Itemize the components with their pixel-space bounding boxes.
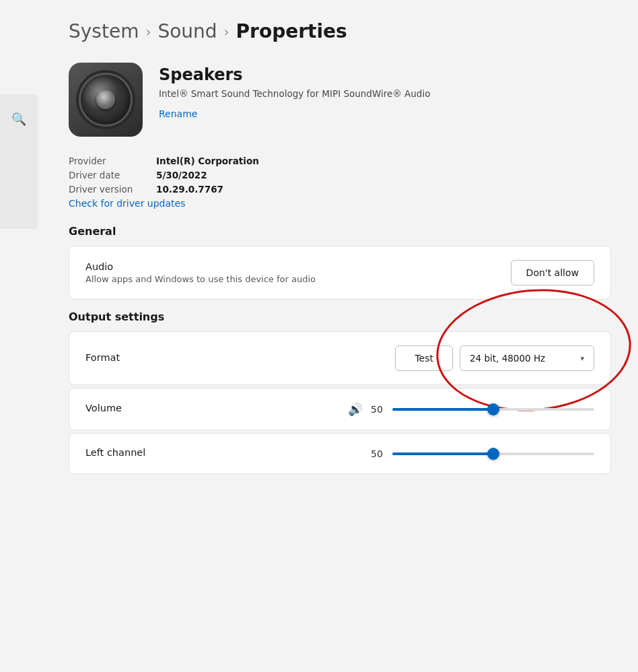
left-channel-title: Left channel [85, 447, 334, 458]
audio-control: Don't allow [511, 260, 594, 285]
format-card: Format Test 24 bit, 48000 Hz ▾ [69, 331, 611, 385]
driver-date-label: Driver date [69, 170, 156, 180]
driver-version-label: Driver version [69, 184, 156, 195]
driver-info: Provider Intel(R) Corporation Driver dat… [69, 156, 611, 209]
provider-label: Provider [69, 156, 156, 166]
audio-label-group: Audio Allow apps and Windows to use this… [85, 261, 500, 284]
rename-link[interactable]: Rename [159, 108, 197, 119]
volume-card: Volume 🔊 50 [69, 388, 611, 430]
format-card-row: Format Test 24 bit, 48000 Hz ▾ [69, 332, 610, 384]
left-channel-label-group: Left channel [85, 447, 334, 460]
audio-card-row: Audio Allow apps and Windows to use this… [69, 246, 610, 299]
audio-card: Audio Allow apps and Windows to use this… [69, 246, 611, 300]
output-settings-section: Output settings Format Test 24 bit, 4800… [69, 310, 611, 474]
output-settings-heading: Output settings [69, 310, 611, 323]
volume-slider-fill [392, 408, 493, 411]
driver-version-value: 10.29.0.7767 [156, 184, 223, 195]
main-content: System › Sound › Properties Speakers Int… [48, 0, 638, 512]
driver-date-value: 5/30/2022 [156, 170, 207, 180]
left-channel-control: 50 [345, 448, 594, 459]
format-control: Test 24 bit, 48000 Hz ▾ [395, 345, 594, 371]
breadcrumb-sep-1: › [145, 24, 151, 40]
breadcrumb: System › Sound › Properties [69, 20, 611, 42]
device-desc: Intel® Smart Sound Technology for MIPI S… [159, 87, 430, 100]
check-driver-updates-link[interactable]: Check for driver updates [69, 198, 611, 209]
volume-card-row: Volume 🔊 50 [69, 389, 610, 430]
volume-slider-thumb[interactable] [487, 403, 499, 415]
provider-value: Intel(R) Corporation [156, 156, 259, 166]
provider-row: Provider Intel(R) Corporation [69, 156, 611, 166]
speaker-icon-wrap [69, 63, 143, 137]
volume-label-group: Volume [85, 403, 334, 415]
volume-value: 50 [371, 404, 384, 415]
format-dropdown[interactable]: 24 bit, 48000 Hz ▾ [460, 345, 594, 371]
device-info: Speakers Intel® Smart Sound Technology f… [159, 63, 430, 120]
test-button[interactable]: Test [395, 345, 453, 371]
left-channel-value: 50 [371, 448, 384, 459]
left-channel-card: Left channel 50 [69, 433, 611, 474]
left-channel-slider-track[interactable] [392, 452, 594, 455]
volume-control: 🔊 50 [345, 402, 594, 416]
general-section: General Audio Allow apps and Windows to … [69, 225, 611, 300]
driver-version-row: Driver version 10.29.0.7767 [69, 184, 611, 195]
volume-slider-track[interactable] [392, 408, 594, 411]
device-header: Speakers Intel® Smart Sound Technology f… [69, 63, 611, 137]
volume-title: Volume [85, 403, 334, 413]
speaker-center [96, 90, 115, 109]
breadcrumb-sep-2: › [224, 24, 229, 40]
chevron-down-icon: ▾ [580, 354, 584, 363]
left-channel-card-row: Left channel 50 [69, 434, 610, 473]
speaker-icon [79, 73, 133, 127]
dont-allow-button[interactable]: Don't allow [511, 260, 594, 285]
device-name: Speakers [159, 65, 430, 84]
format-label: Format [85, 352, 384, 365]
general-heading: General [69, 225, 611, 238]
breadcrumb-sound[interactable]: Sound [157, 20, 217, 42]
format-value: 24 bit, 48000 Hz [470, 353, 545, 364]
audio-desc: Allow apps and Windows to use this devic… [85, 274, 500, 284]
left-channel-slider-thumb[interactable] [487, 448, 499, 460]
driver-date-row: Driver date 5/30/2022 [69, 170, 611, 180]
left-channel-slider-fill [392, 452, 493, 455]
audio-title: Audio [85, 261, 500, 272]
format-title: Format [85, 352, 384, 363]
search-icon[interactable]: 🔍 [8, 108, 30, 129]
breadcrumb-system[interactable]: System [69, 20, 139, 42]
volume-icon: 🔊 [348, 402, 363, 416]
breadcrumb-properties: Properties [236, 20, 347, 42]
